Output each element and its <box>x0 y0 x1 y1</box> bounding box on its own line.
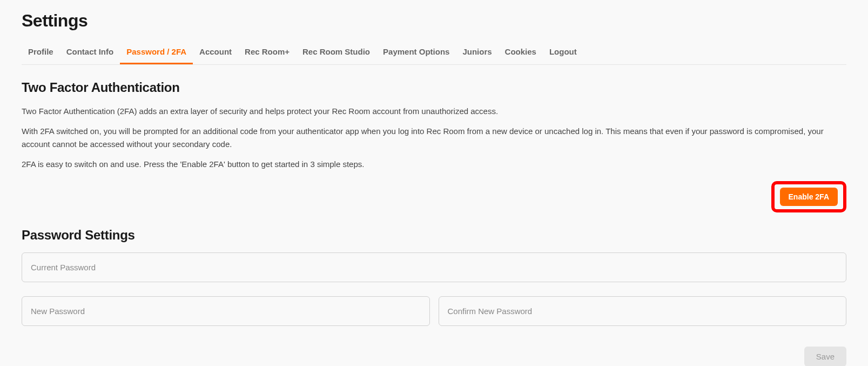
new-password-input[interactable] <box>22 296 430 326</box>
tab-cookies[interactable]: Cookies <box>499 42 543 64</box>
tab-logout[interactable]: Logout <box>543 42 583 64</box>
tab-juniors[interactable]: Juniors <box>456 42 498 64</box>
current-password-input[interactable] <box>22 252 846 282</box>
two-fa-description-3: 2FA is easy to switch on and use. Press … <box>22 158 846 170</box>
tab-profile[interactable]: Profile <box>22 42 60 64</box>
tab-password-2fa[interactable]: Password / 2FA <box>120 42 193 64</box>
save-button[interactable]: Save <box>804 347 846 366</box>
tab-account[interactable]: Account <box>193 42 238 64</box>
enable-2fa-highlight: Enable 2FA <box>771 181 846 212</box>
page-title: Settings <box>22 11 846 31</box>
tab-payment-options[interactable]: Payment Options <box>376 42 456 64</box>
confirm-new-password-input[interactable] <box>439 296 847 326</box>
tab-rec-room-plus[interactable]: Rec Room+ <box>238 42 296 64</box>
tab-contact-info[interactable]: Contact Info <box>60 42 120 64</box>
two-fa-description-2: With 2FA switched on, you will be prompt… <box>22 125 846 150</box>
two-fa-heading: Two Factor Authentication <box>22 80 846 95</box>
password-settings-heading: Password Settings <box>22 228 846 243</box>
enable-2fa-wrapper: Enable 2FA <box>22 181 846 212</box>
two-fa-description-1: Two Factor Authentication (2FA) adds an … <box>22 105 846 117</box>
settings-tabs: Profile Contact Info Password / 2FA Acco… <box>22 42 846 65</box>
tab-rec-room-studio[interactable]: Rec Room Studio <box>296 42 376 64</box>
enable-2fa-button[interactable]: Enable 2FA <box>780 188 838 206</box>
